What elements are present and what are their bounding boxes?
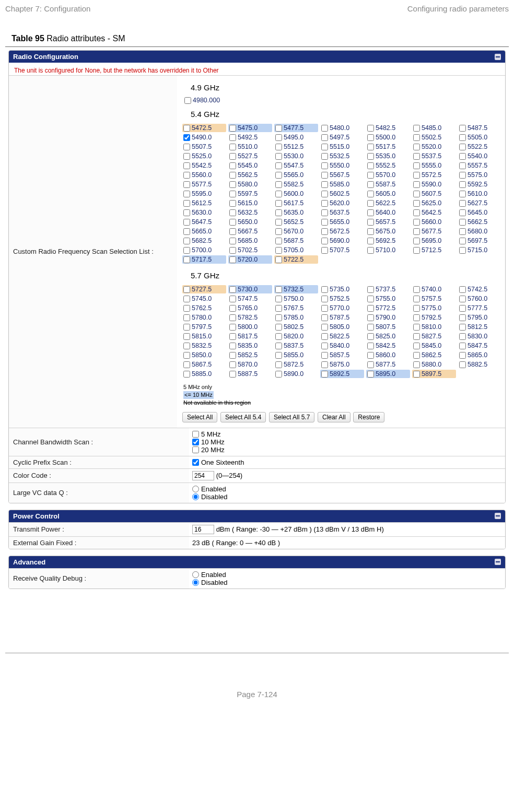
bw-20mhz-checkbox[interactable]	[192, 446, 199, 453]
freq-5602.5[interactable]: 5602.5	[320, 190, 364, 198]
freq-5612.5[interactable]: 5612.5	[182, 199, 226, 207]
freq-5475.0-checkbox[interactable]	[229, 125, 236, 132]
freq-5595.0[interactable]: 5595.0	[182, 190, 226, 198]
freq-5882.5[interactable]: 5882.5	[458, 360, 502, 369]
freq-5647.5-checkbox[interactable]	[183, 219, 190, 226]
freq-5697.5-checkbox[interactable]	[459, 238, 466, 244]
freq-5792.5-checkbox[interactable]	[413, 314, 420, 321]
freq-5742.5-checkbox[interactable]	[459, 286, 466, 293]
freq-5482.5[interactable]: 5482.5	[366, 124, 410, 132]
freq-5747.5-checkbox[interactable]	[229, 296, 236, 302]
freq-5582.5[interactable]: 5582.5	[274, 180, 318, 189]
freq-5777.5[interactable]: 5777.5	[458, 304, 502, 312]
freq-5707.5-checkbox[interactable]	[321, 247, 328, 254]
freq-5650.0-checkbox[interactable]	[229, 219, 236, 226]
freq-5667.5-checkbox[interactable]	[229, 228, 236, 235]
freq-5740.0-checkbox[interactable]	[413, 286, 420, 293]
freq-5500.0[interactable]: 5500.0	[366, 133, 410, 142]
freq-5765.0[interactable]: 5765.0	[228, 304, 272, 312]
freq-5745.0[interactable]: 5745.0	[182, 295, 226, 303]
rq-disabled-option[interactable]: Disabled	[192, 579, 502, 586]
freq-5827.5-checkbox[interactable]	[413, 333, 420, 340]
freq-5552.5-checkbox[interactable]	[367, 162, 374, 169]
freq-5717.5[interactable]: 5717.5	[182, 255, 226, 264]
freq-5695.0[interactable]: 5695.0	[412, 237, 456, 245]
freq-5585.0-checkbox[interactable]	[321, 181, 328, 188]
freq-5752.5[interactable]: 5752.5	[320, 295, 364, 303]
freq-5732.5[interactable]: 5732.5	[274, 285, 318, 293]
collapse-icon[interactable]	[495, 559, 501, 565]
freq-5572.5-checkbox[interactable]	[413, 172, 420, 179]
freq-5622.5[interactable]: 5622.5	[366, 199, 410, 207]
freq-5865.0[interactable]: 5865.0	[458, 351, 502, 359]
freq-5837.5[interactable]: 5837.5	[274, 342, 318, 350]
freq-5715.0[interactable]: 5715.0	[458, 246, 502, 254]
freq-5867.5[interactable]: 5867.5	[182, 360, 226, 369]
freq-5565.0-checkbox[interactable]	[275, 172, 282, 179]
freq-5670.0[interactable]: 5670.0	[274, 227, 318, 236]
freq-5702.5-checkbox[interactable]	[229, 247, 236, 254]
freq-5505.0[interactable]: 5505.0	[458, 133, 502, 142]
freq-5542.5-checkbox[interactable]	[183, 162, 190, 169]
freq-5492.5-checkbox[interactable]	[229, 134, 236, 141]
freq-5742.5[interactable]: 5742.5	[458, 285, 502, 293]
freq-5672.5-checkbox[interactable]	[321, 228, 328, 235]
freq-5830.0[interactable]: 5830.0	[458, 332, 502, 340]
freq-5805.0[interactable]: 5805.0	[320, 323, 364, 331]
freq-5690.0-checkbox[interactable]	[321, 238, 328, 244]
freq-5667.5[interactable]: 5667.5	[228, 227, 272, 236]
freq-5812.5[interactable]: 5812.5	[458, 323, 502, 331]
freq-5497.5[interactable]: 5497.5	[320, 133, 364, 142]
freq-5587.5-checkbox[interactable]	[367, 181, 374, 188]
freq-5722.5-checkbox[interactable]	[275, 256, 282, 263]
freq-5615.0[interactable]: 5615.0	[228, 199, 272, 207]
freq-5472.5[interactable]: 5472.5	[182, 124, 226, 132]
freq-5700.0-checkbox[interactable]	[183, 247, 190, 254]
cp-option[interactable]: One Sixteenth	[192, 458, 502, 466]
freq-5580.0-checkbox[interactable]	[229, 181, 236, 188]
freq-5710.0[interactable]: 5710.0	[366, 246, 410, 254]
freq-5502.5-checkbox[interactable]	[413, 134, 420, 141]
freq-5480.0[interactable]: 5480.0	[320, 124, 364, 132]
freq-5762.5-checkbox[interactable]	[183, 305, 190, 312]
freq-5687.5-checkbox[interactable]	[275, 238, 282, 244]
freq-5705.0-checkbox[interactable]	[275, 247, 282, 254]
freq-5567.5-checkbox[interactable]	[321, 172, 328, 179]
freq-5632.5[interactable]: 5632.5	[228, 208, 272, 217]
freq-5682.5-checkbox[interactable]	[183, 238, 190, 244]
freq-5782.5-checkbox[interactable]	[229, 314, 236, 321]
freq-5817.5-checkbox[interactable]	[229, 333, 236, 340]
freq-5757.5-checkbox[interactable]	[413, 296, 420, 302]
freq-5810.0-checkbox[interactable]	[413, 324, 420, 331]
freq-5625.0-checkbox[interactable]	[413, 200, 420, 207]
freq-5480.0-checkbox[interactable]	[321, 125, 328, 132]
freq-5532.5[interactable]: 5532.5	[320, 152, 364, 160]
freq-5527.5[interactable]: 5527.5	[228, 152, 272, 160]
freq-5615.0-checkbox[interactable]	[229, 200, 236, 207]
freq-5495.0[interactable]: 5495.0	[274, 133, 318, 142]
freq-5712.5-checkbox[interactable]	[413, 247, 420, 254]
freq-5865.0-checkbox[interactable]	[459, 352, 466, 359]
freq-5880.0[interactable]: 5880.0	[412, 360, 456, 369]
freq-5660.0[interactable]: 5660.0	[412, 218, 456, 226]
vcq-enabled-option[interactable]: Enabled	[192, 485, 502, 493]
freq-5882.5-checkbox[interactable]	[459, 361, 466, 368]
freq-5657.5-checkbox[interactable]	[367, 219, 374, 226]
freq-5710.0-checkbox[interactable]	[367, 247, 374, 254]
freq-5520.0-checkbox[interactable]	[413, 144, 420, 150]
freq-5772.5-checkbox[interactable]	[367, 305, 374, 312]
freq-5537.5-checkbox[interactable]	[413, 153, 420, 160]
freq-5740.0[interactable]: 5740.0	[412, 285, 456, 293]
freq-5477.5-checkbox[interactable]	[275, 125, 282, 132]
freq-5550.0[interactable]: 5550.0	[320, 161, 364, 170]
freq-5820.0-checkbox[interactable]	[275, 333, 282, 340]
freq-5855.0-checkbox[interactable]	[275, 352, 282, 359]
freq-5492.5[interactable]: 5492.5	[228, 133, 272, 142]
freq-5747.5[interactable]: 5747.5	[228, 295, 272, 303]
freq-5690.0[interactable]: 5690.0	[320, 237, 364, 245]
select-all-54-button[interactable]: Select All 5.4	[220, 412, 266, 422]
freq-5560.0-checkbox[interactable]	[183, 172, 190, 179]
freq-5567.5[interactable]: 5567.5	[320, 171, 364, 179]
freq-5772.5[interactable]: 5772.5	[366, 304, 410, 312]
freq-5510.0-checkbox[interactable]	[229, 144, 236, 150]
